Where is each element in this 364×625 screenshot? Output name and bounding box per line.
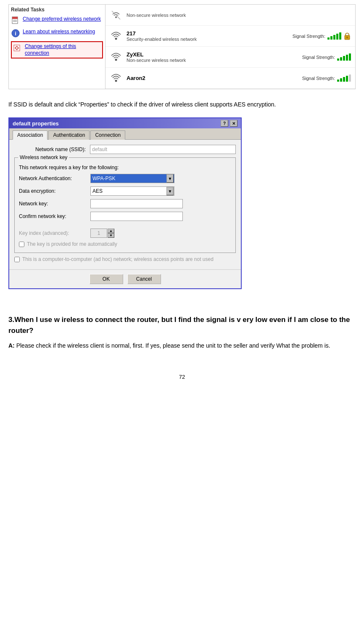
dialog-container: default properties ? ✕ Association Authe… [8,117,356,289]
settings-icon [13,43,22,53]
network-type-0: Non-secure wireless network [127,13,351,18]
key-index-row: Key index (advanced): ▲ ▼ [19,229,231,238]
adhoc-label: This is a computer-to-computer (ad hoc) … [22,256,214,262]
bar [337,59,339,61]
bar [346,76,348,82]
qa-question: 3.When I use w ireless to connect the ro… [8,314,356,336]
network-list: Non-secure wireless network 217 Security… [106,5,355,89]
auth-select[interactable]: WPA-PSK [90,174,174,183]
task-change-preferred-label: Change preferred wireless network [23,16,101,23]
network-name-row: Network name (SSID): [14,145,236,154]
top-section: Related Tasks Change preferred wireless … [8,4,356,89]
auth-label: Network Authentication: [19,176,86,181]
key-index-label: Key index (advanced): [19,230,86,236]
related-tasks-panel: Related Tasks Change preferred wireless … [9,5,106,89]
qa-section: 3.When I use w ireless to connect the ro… [0,308,364,356]
network-type-1: Security-enabled wireless network [127,37,293,42]
key-index-spinner: ▲ ▼ [90,229,114,238]
auth-select-wrapper: WPA-PSK ▼ [90,174,174,183]
spinner-arrows: ▲ ▼ [108,229,114,238]
auto-key-checkbox[interactable] [19,242,24,247]
auto-key-label: The key is provided for me automatically [27,241,117,247]
network-name-2: ZyXEL [127,51,302,58]
dialog-close-button[interactable]: ✕ [230,120,237,127]
bar [339,32,341,40]
encrypt-select[interactable]: AES TKIP [90,186,174,196]
tab-connection[interactable]: Connection [90,130,125,140]
bar [340,57,342,61]
bar [333,35,335,40]
bar [337,80,339,82]
svg-point-12 [115,16,117,18]
info-icon: i [11,29,20,38]
cancel-button[interactable]: Cancel [127,274,161,284]
signal-label-2: Signal Strength: [302,55,335,60]
adhoc-checkbox[interactable] [14,257,20,262]
encrypt-row: Data encryption: AES TKIP ▼ [19,186,231,196]
network-item-3[interactable]: Aaron2 Signal Strength: [106,68,355,89]
bar [336,34,338,40]
qa-answer-text: Please check if the wireless client is n… [15,342,330,349]
svg-point-14 [115,37,117,40]
encrypt-label: Data encryption: [19,188,86,194]
task-change-settings-label: Change settings of this connection [25,43,101,56]
tab-association[interactable]: Association [13,130,47,140]
task-learn-wireless-label: Learn about wireless networking [23,29,95,35]
network-name-label: Network name (SSID): [14,146,86,152]
ok-button[interactable]: OK [90,274,123,284]
bar [346,55,348,61]
network-info-1: 217 Security-enabled wireless network [127,30,293,42]
network-name-3: Aaron2 [127,75,302,81]
dialog-help-button[interactable]: ? [221,120,228,127]
group-desc: This network requires a key for the foll… [19,165,231,170]
wifi-icon-2 [110,51,122,64]
signal-bars-2 [337,53,351,61]
signal-label-3: Signal Strength: [302,76,335,81]
encrypt-select-wrapper: AES TKIP ▼ [90,186,174,196]
adhoc-row: This is a computer-to-computer (ad hoc) … [14,256,236,262]
network-item-1[interactable]: 217 Security-enabled wireless network Si… [106,26,355,47]
dialog-title: default properties [13,120,59,127]
group-content: This network requires a key for the foll… [19,165,231,247]
document-icon [11,16,20,25]
confirm-key-input[interactable] [90,212,183,221]
tab-authentication[interactable]: Authentication [48,130,90,140]
network-key-row: Network key: [19,199,231,208]
bar [327,37,330,40]
task-learn-wireless[interactable]: i Learn about wireless networking [11,29,103,38]
signal-strength-1: Signal Strength: [293,31,351,41]
main-content: If SSID is default and click “Properties… [0,93,364,308]
page-number: 72 [0,374,364,388]
qa-answer: A: Please check if the wireless client i… [8,341,356,350]
group-label: Wireless network key [18,154,69,160]
svg-point-16 [346,37,348,38]
network-name-1: 217 [127,30,293,37]
network-item-0[interactable]: Non-secure wireless network [106,5,355,26]
bar [330,36,332,40]
spinner-up-button[interactable]: ▲ [108,229,114,233]
network-key-input[interactable] [90,199,183,208]
dialog-footer: OK Cancel [9,269,241,288]
auto-key-row: The key is provided for me automatically [19,241,231,247]
network-key-label: Network key: [19,201,86,207]
dialog-controls: ? ✕ [221,120,237,127]
wireless-key-group: Wireless network key This network requir… [14,157,236,253]
confirm-key-row: Confirm network key: [19,212,231,221]
network-item-2[interactable]: ZyXEL Non-secure wireless network Signal… [106,47,355,68]
wifi-icon-0 [110,9,122,21]
qa-answer-label: A: [8,342,15,349]
lock-icon-1 [343,31,351,41]
signal-strength-3: Signal Strength: [302,74,351,82]
default-properties-dialog: default properties ? ✕ Association Authe… [8,117,242,289]
bar [349,74,351,82]
signal-strength-2: Signal Strength: [302,53,351,61]
dialog-body: Network name (SSID): Wireless network ke… [9,140,241,269]
network-name-input[interactable] [90,145,236,154]
key-index-input[interactable] [90,229,107,238]
bar [349,53,351,61]
task-change-settings[interactable]: Change settings of this connection [11,41,103,59]
spinner-down-button[interactable]: ▼ [108,233,114,238]
bar [343,56,345,61]
intro-text: If SSID is default and click “Properties… [8,100,356,109]
task-change-preferred[interactable]: Change preferred wireless network [11,16,103,25]
